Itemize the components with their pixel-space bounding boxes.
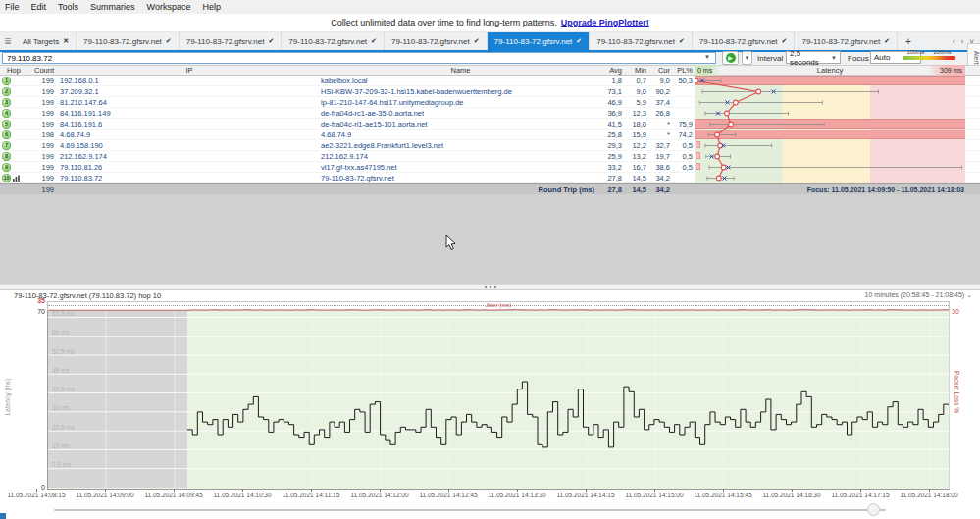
table-row-hop-7[interactable]: 71994.69.158.190ae2-3221.edge8.Frankfurt… [0, 140, 980, 151]
avg-cell: 46,9 [600, 98, 625, 107]
summary-avg: 27,8 [600, 185, 625, 194]
name-cell[interactable]: 212.162.9.174 [319, 152, 600, 161]
latency-cell [695, 173, 965, 183]
menu-item-workspace[interactable]: Workspace [147, 2, 191, 12]
table-row-hop-5[interactable]: 519984.116.191.6de-fra04c-ri1-ae15-101.a… [0, 119, 980, 130]
latency-column-title: Latency [695, 66, 965, 75]
table-row-hop-1[interactable]: 1199192.168.0.1kabelbox.local1,80,79,050… [0, 76, 980, 86]
play-icon: ▶ [726, 53, 736, 63]
address-dropdown-icon[interactable]: ▼ [704, 54, 710, 60]
name-cell[interactable]: kabelbox.local [319, 77, 600, 85]
tab-all-targets[interactable]: All Targets✕ [16, 32, 77, 50]
hop-cell: 10 [0, 174, 27, 182]
col-ip[interactable]: IP [57, 66, 319, 75]
horizontal-scrollbar-track[interactable] [54, 509, 886, 511]
menu-item-edit[interactable]: Edit [31, 2, 47, 12]
name-cell[interactable]: de-fra04d-rc1-ae-35-0.aorta.net [319, 109, 600, 118]
ip-cell[interactable]: 84.116.191.6 [57, 120, 319, 129]
new-target-tab-button[interactable]: + [898, 32, 919, 50]
pane-splitter[interactable] [0, 284, 980, 290]
check-icon: ✔ [268, 37, 274, 45]
avg-cell: 73,1 [600, 87, 625, 96]
check-icon: ✔ [371, 37, 377, 45]
min-cell: 12,2 [625, 141, 649, 150]
ip-cell[interactable]: 81.210.147.64 [57, 98, 319, 107]
ip-cell[interactable]: 212.162.9.174 [57, 152, 319, 161]
latency-cell [695, 162, 965, 173]
tab-target-2[interactable]: 79-110-83-72.gfsrv.net✔ [180, 32, 283, 50]
col-pl[interactable]: PL% [673, 66, 695, 75]
tab-target-5[interactable]: 79-110-83-72.gfsrv.net✔ [488, 32, 591, 50]
target-address-input[interactable] [2, 52, 716, 64]
check-icon: ✔ [576, 37, 582, 45]
cur-cell: * [649, 120, 673, 129]
col-min[interactable]: Min [625, 66, 649, 75]
name-cell[interactable]: HSI-KBW-37-209-32-1.hsi15.kabel-badenwue… [319, 87, 600, 96]
table-row-hop-8[interactable]: 8199212.162.9.174212.162.9.17425,913,219… [0, 151, 980, 162]
ip-cell[interactable]: 79.110.83.72 [57, 174, 319, 182]
menu-item-tools[interactable]: Tools [58, 2, 78, 12]
table-row-hop-10[interactable]: 1019979.110.83.7279-110-83-72.gfsrv.net2… [0, 173, 980, 183]
name-cell[interactable]: vl17.gf-txx.as47195.net [319, 163, 600, 172]
ip-cell[interactable]: 4.69.158.190 [57, 141, 319, 150]
avg-cell: 41,5 [600, 120, 625, 129]
ip-cell[interactable]: 37.209.32.1 [57, 87, 319, 96]
table-row-hop-6[interactable]: 61984.68.74.94.68.74.925,815,9*74,2 [0, 130, 980, 140]
check-icon: ✔ [884, 37, 890, 45]
col-avg[interactable]: Avg [600, 66, 625, 75]
count-cell: 199 [27, 98, 57, 107]
packet-loss-band [695, 119, 965, 129]
col-name[interactable]: Name [319, 66, 600, 75]
hop-number-badge: 4 [2, 109, 11, 118]
check-icon: ✔ [679, 37, 685, 45]
ip-cell[interactable]: 192.168.0.1 [57, 77, 319, 85]
tab-target-1[interactable]: 79-110-83-72.gfsrv.net✔ [77, 32, 180, 50]
upgrade-link[interactable]: Upgrade PingPlotter! [561, 18, 649, 27]
tab-scroll-left-icon[interactable]: ‹ [953, 37, 955, 46]
svg-text:22,5 ms: 22,5 ms [52, 424, 76, 431]
packetloss-axis-label: Packet Loss % [954, 343, 960, 441]
interval-select[interactable]: 2,5 seconds▼ [786, 51, 841, 64]
tab-target-8[interactable]: 79-110-83-72.gfsrv.net✔ [795, 32, 898, 50]
toolbar: ▼ ▶ ▼ Interval 2,5 seconds▼ Focus Auto▼ … [0, 52, 980, 66]
table-row-hop-2[interactable]: 219937.209.32.1HSI-KBW-37-209-32-1.hsi15… [0, 86, 980, 97]
ip-cell[interactable]: 84.116.191.149 [57, 109, 319, 118]
tab-target-7[interactable]: 79-110-83-72.gfsrv.net✔ [693, 32, 796, 50]
table-row-hop-3[interactable]: 319981.210.147.64ip-81-210-147-64.hsi17.… [0, 97, 980, 108]
tab-target-6[interactable]: 79-110-83-72.gfsrv.net✔ [590, 32, 693, 50]
start-trace-button[interactable]: ▶ [722, 51, 739, 65]
chevron-down-icon: ⌄ [966, 291, 972, 298]
latency-cell [695, 119, 965, 130]
packetloss-axis-max: 30 [952, 308, 959, 315]
close-icon[interactable]: ✕ [63, 37, 69, 45]
name-cell[interactable]: de-fra04c-ri1-ae15-101.aorta.net [319, 120, 600, 129]
col-cur[interactable]: Cur [649, 66, 673, 75]
tab-target-3[interactable]: 79-110-83-72.gfsrv.net✔ [282, 32, 385, 50]
col-hop[interactable]: Hop [0, 66, 27, 75]
latency-axis-max: 70 [29, 308, 45, 315]
menu-item-help[interactable]: Help [202, 2, 221, 12]
timeline-plot[interactable]: 67,5 ms60 ms52,5 ms45 ms37,5 ms30 ms22,5… [47, 311, 950, 490]
targets-grid-icon[interactable]: ≣ [0, 32, 16, 50]
ip-cell[interactable]: 4.68.74.9 [57, 130, 319, 139]
col-count[interactable]: Count [27, 66, 57, 75]
hop-number-badge: 9 [2, 163, 11, 172]
trace-options-dropdown-icon[interactable]: ▼ [742, 51, 752, 65]
count-cell: 199 [27, 87, 57, 96]
ip-cell[interactable]: 79.110.81.26 [57, 163, 319, 172]
time-range-select[interactable]: 10 minutes (20:58:45 - 21:08:45) ⌄ [865, 291, 972, 299]
menu-item-summaries[interactable]: Summaries [90, 2, 135, 12]
latency-cell [695, 97, 965, 108]
horizontal-scrollbar-thumb[interactable] [867, 503, 880, 516]
table-row-hop-4[interactable]: 419984.116.191.149de-fra04d-rc1-ae-35-0.… [0, 108, 980, 119]
tab-scroll-right-icon[interactable]: › [961, 37, 964, 46]
menu-item-file[interactable]: File [5, 2, 20, 12]
table-row-hop-9[interactable]: 919979.110.81.26vl17.gf-txx.as47195.net3… [0, 162, 980, 173]
focus-value: Auto [874, 53, 890, 62]
name-cell[interactable]: 4.68.74.9 [319, 130, 600, 139]
tab-target-4[interactable]: 79-110-83-72.gfsrv.net✔ [385, 32, 488, 50]
name-cell[interactable]: 79-110-83-72.gfsrv.net [319, 174, 600, 182]
name-cell[interactable]: ip-81-210-147-64.hsi17.unitymediagroup.d… [319, 98, 600, 107]
hop-number-badge: 2 [2, 87, 11, 96]
name-cell[interactable]: ae2-3221.edge8.Frankfurt1.level3.net [319, 141, 600, 150]
